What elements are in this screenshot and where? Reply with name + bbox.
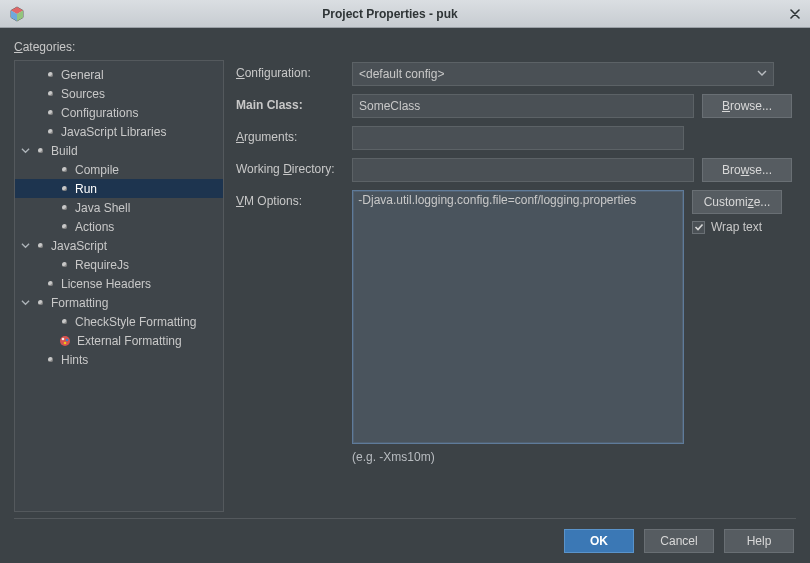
bullet-icon <box>59 317 69 327</box>
working-directory-label: Working Directory: <box>236 158 346 176</box>
window-titlebar: Project Properties - puk <box>0 0 810 28</box>
main-class-input[interactable] <box>352 94 694 118</box>
configuration-value: <default config> <box>359 67 444 81</box>
tree-item-javascript-libraries[interactable]: JavaScript Libraries <box>15 122 223 141</box>
tree-item-general[interactable]: General <box>15 65 223 84</box>
categories-tree[interactable]: General Sources Configurations <box>14 60 224 512</box>
bullet-icon <box>59 165 69 175</box>
svg-point-6 <box>66 338 69 341</box>
close-icon <box>790 9 800 19</box>
bullet-icon <box>45 89 55 99</box>
bullet-icon <box>59 184 69 194</box>
tree-item-sources[interactable]: Sources <box>15 84 223 103</box>
arguments-input[interactable] <box>352 126 684 150</box>
svg-point-7 <box>64 341 67 344</box>
bullet-icon <box>45 127 55 137</box>
tree-item-run[interactable]: Run <box>15 179 223 198</box>
bullet-icon <box>45 355 55 365</box>
svg-point-5 <box>62 337 65 340</box>
tree-item-external-formatting[interactable]: External Formatting <box>15 331 223 350</box>
tree-item-license-headers[interactable]: License Headers <box>15 274 223 293</box>
tree-item-actions[interactable]: Actions <box>15 217 223 236</box>
check-icon <box>694 222 704 232</box>
browse-working-dir-button[interactable]: Browse... <box>702 158 792 182</box>
bullet-icon <box>35 241 45 251</box>
bullet-icon <box>45 70 55 80</box>
window-close-button[interactable] <box>780 0 810 28</box>
bullet-icon <box>45 279 55 289</box>
chevron-down-icon[interactable] <box>19 297 31 309</box>
tree-item-requirejs[interactable]: RequireJs <box>15 255 223 274</box>
tree-item-java-shell[interactable]: Java Shell <box>15 198 223 217</box>
tree-item-javascript[interactable]: JavaScript <box>15 236 223 255</box>
customize-vm-button[interactable]: Customize... <box>692 190 782 214</box>
cancel-button[interactable]: Cancel <box>644 529 714 553</box>
vm-options-hint: (e.g. -Xms10m) <box>352 450 792 464</box>
bullet-icon <box>35 146 45 156</box>
vm-options-textarea[interactable] <box>352 190 684 444</box>
bullet-icon <box>45 108 55 118</box>
bullet-icon <box>59 260 69 270</box>
configuration-combo[interactable]: <default config> <box>352 62 774 86</box>
tree-item-hints[interactable]: Hints <box>15 350 223 369</box>
chevron-down-icon[interactable] <box>19 240 31 252</box>
working-directory-input[interactable] <box>352 158 694 182</box>
tree-item-compile[interactable]: Compile <box>15 160 223 179</box>
vm-options-label: VM Options: <box>236 190 346 208</box>
bullet-icon <box>59 222 69 232</box>
bullet-icon <box>35 298 45 308</box>
bullet-icon <box>59 203 69 213</box>
ok-button[interactable]: OK <box>564 529 634 553</box>
arguments-label: Arguments: <box>236 126 346 144</box>
svg-point-4 <box>60 336 70 346</box>
tree-item-configurations[interactable]: Configurations <box>15 103 223 122</box>
browse-main-class-button[interactable]: Browse... <box>702 94 792 118</box>
chevron-down-icon <box>757 67 767 81</box>
chevron-down-icon[interactable] <box>19 145 31 157</box>
tree-item-build[interactable]: Build <box>15 141 223 160</box>
main-class-label: Main Class: <box>236 94 346 112</box>
dialog-button-bar: OK Cancel Help <box>0 519 810 563</box>
configuration-label: Configuration: <box>236 62 346 80</box>
window-title: Project Properties - puk <box>0 7 780 21</box>
run-settings-panel: Configuration: <default config> Main Cla… <box>234 60 796 512</box>
help-button[interactable]: Help <box>724 529 794 553</box>
external-formatting-icon <box>59 335 71 347</box>
tree-item-checkstyle-formatting[interactable]: CheckStyle Formatting <box>15 312 223 331</box>
wrap-text-checkbox[interactable]: Wrap text <box>692 220 782 234</box>
wrap-text-label: Wrap text <box>711 220 762 234</box>
categories-label: Categories: <box>14 40 796 54</box>
tree-item-formatting[interactable]: Formatting <box>15 293 223 312</box>
